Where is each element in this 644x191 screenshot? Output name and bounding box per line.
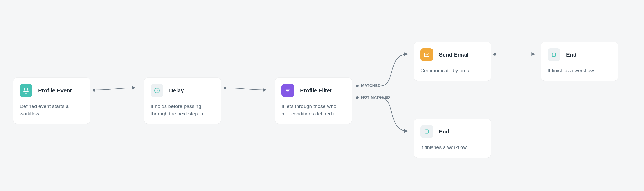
clock-icon [151, 84, 163, 97]
workflow-canvas[interactable]: Profile Event Defined event starts a wor… [0, 0, 644, 191]
node-title: Delay [169, 87, 184, 94]
node-title: Profile Event [38, 87, 72, 94]
node-end-top[interactable]: End It finishes a workflow [541, 42, 618, 81]
edge-filter-notmatched-to-end [380, 98, 408, 131]
node-profile-event[interactable]: Profile Event Defined event starts a wor… [13, 78, 90, 124]
svg-rect-6 [425, 130, 429, 133]
bell-icon [20, 84, 32, 97]
edge-delay-to-filter [226, 88, 266, 90]
svg-rect-5 [552, 53, 556, 57]
output-port[interactable] [493, 53, 496, 56]
edge-event-to-delay [95, 88, 135, 90]
node-title: End [439, 128, 449, 135]
node-desc: It lets through those who met conditions… [281, 103, 346, 117]
port-label-matched: MATCHED [361, 84, 381, 88]
node-title: Send Email [439, 51, 469, 58]
stop-icon [548, 48, 560, 61]
node-title: End [566, 51, 576, 58]
port-label-notmatched: NOT MATCHED [361, 95, 390, 99]
node-end-bottom[interactable]: End It finishes a workflow [414, 119, 491, 158]
mail-icon [420, 48, 433, 61]
output-port-notmatched[interactable] [356, 96, 359, 99]
node-profile-filter[interactable]: Profile Filter It lets through those who… [275, 78, 352, 124]
node-send-email[interactable]: Send Email Communicate by email [414, 42, 491, 81]
node-delay[interactable]: Delay It holds before passing through th… [144, 78, 221, 124]
node-desc: Communicate by email [420, 67, 484, 74]
filter-icon [281, 84, 294, 97]
node-title: Profile Filter [300, 87, 332, 94]
output-port[interactable] [224, 87, 226, 89]
output-port[interactable] [93, 89, 95, 92]
output-port-matched[interactable] [356, 85, 359, 87]
node-desc: It finishes a workflow [548, 67, 612, 74]
node-desc: Defined event starts a workflow [20, 103, 84, 117]
edge-filter-matched-to-email [380, 54, 408, 86]
stop-icon [420, 125, 433, 138]
node-desc: It holds before passing through the next… [151, 103, 215, 117]
node-desc: It finishes a workflow [420, 144, 484, 151]
